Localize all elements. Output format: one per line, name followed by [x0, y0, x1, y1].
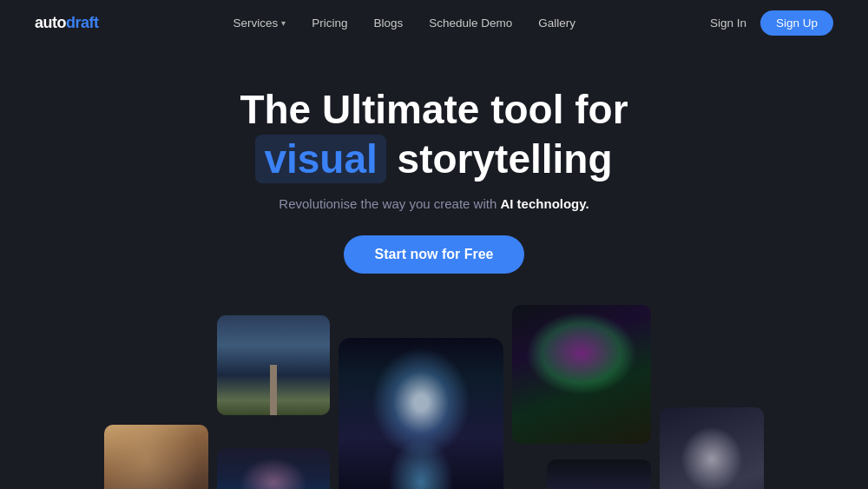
visual-highlight: visual [255, 135, 385, 183]
gallery-col-pair-2 [512, 305, 651, 489]
gallery-image-cityscape [547, 459, 651, 489]
nav-link-blogs[interactable]: Blogs [373, 17, 403, 30]
nav-item-gallery[interactable]: Gallery [538, 15, 575, 30]
logo-draft: draft [66, 14, 99, 31]
nav-links: Services ▾ Pricing Blogs Schedule Demo G… [233, 15, 575, 30]
image-gallery [0, 305, 868, 489]
nav-link-services[interactable]: Services ▾ [233, 17, 286, 30]
nav-item-services[interactable]: Services ▾ [233, 17, 286, 30]
hero-subtitle: Revolutionise the way you create with AI… [279, 196, 589, 211]
nav-item-blogs[interactable]: Blogs [373, 15, 403, 30]
nav-link-schedule-demo[interactable]: Schedule Demo [429, 17, 512, 30]
nav-link-gallery[interactable]: Gallery [538, 17, 575, 30]
navbar: autodraft Services ▾ Pricing Blogs Sched… [0, 0, 868, 45]
logo-auto: auto [35, 14, 66, 31]
chevron-down-icon: ▾ [281, 18, 286, 28]
gallery-image-lighthouse [217, 315, 330, 415]
hero-section: The Ultimate tool for visual storytellin… [0, 45, 868, 489]
hero-title-line2: visual storytelling [255, 136, 612, 182]
hero-title-suffix: storytelling [386, 136, 613, 182]
logo[interactable]: autodraft [35, 14, 99, 32]
hero-subtitle-plain: Revolutionise the way you create with [279, 196, 500, 211]
signup-button[interactable]: Sign Up [760, 10, 833, 36]
gallery-image-cyberpunk [512, 305, 651, 444]
gallery-col-pair [217, 315, 330, 489]
gallery-image-astronaut [339, 338, 503, 489]
nav-link-pricing[interactable]: Pricing [312, 17, 347, 30]
nav-item-schedule-demo[interactable]: Schedule Demo [429, 15, 512, 30]
cta-button[interactable]: Start now for Free [344, 235, 525, 274]
hero-title-line1: The Ultimate tool for [240, 87, 628, 133]
gallery-image-anime-girl [217, 448, 330, 489]
gallery-image-wolf [660, 407, 764, 489]
signin-button[interactable]: Sign In [710, 17, 746, 30]
gallery-image-old-man [104, 425, 208, 489]
hero-subtitle-bold: AI technology. [500, 196, 589, 211]
nav-auth: Sign In Sign Up [710, 10, 833, 36]
nav-item-pricing[interactable]: Pricing [312, 15, 347, 30]
